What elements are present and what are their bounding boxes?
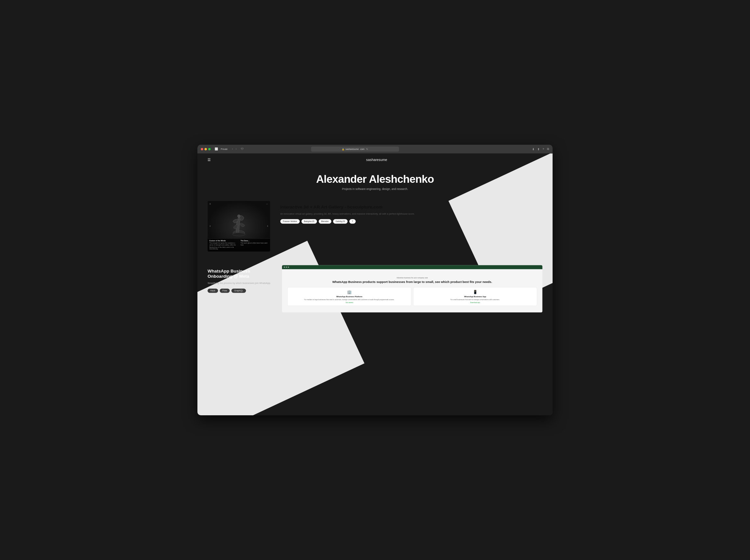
mac-window: ⬜ Private ‹ › 🛡 🔒 sasharesume.com ↻ ⬇ ⬆ … xyxy=(197,145,553,415)
minimize-button[interactable] xyxy=(204,148,207,150)
new-tab-icon[interactable]: + xyxy=(542,147,544,151)
private-badge: Private xyxy=(221,148,228,150)
wa-card-app-link[interactable]: Download app xyxy=(416,302,534,303)
carousel-item-1: Cruiser of the Winds The wrought iron gi… xyxy=(208,238,239,252)
sculpture-svg xyxy=(225,209,252,243)
carousel-item-2-desc: The warm glow is often been have seen he… xyxy=(241,242,269,246)
close-button[interactable] xyxy=(201,148,203,150)
wa-card-platform: 🏢 WhatsApp Business Platform For medium … xyxy=(288,287,411,306)
tag-blender[interactable]: Blender xyxy=(319,219,331,224)
tag-babylonjs[interactable]: BabylonJS xyxy=(301,219,317,224)
wa-dot-3 xyxy=(288,266,289,268)
tag-more[interactable]: T xyxy=(349,219,356,224)
wa-window-bar xyxy=(282,265,542,269)
carousel-next-button[interactable]: › xyxy=(267,224,268,228)
lock-icon: 🔒 xyxy=(342,148,344,150)
address-bar[interactable]: 🔒 sasharesume.com ↻ xyxy=(311,146,399,152)
wa-card-app: 📱 WhatsApp Business App For small busine… xyxy=(413,287,537,306)
tag-gatsbyjs[interactable]: GatsbyJS xyxy=(333,219,348,224)
wa-platform-icon: 🏢 xyxy=(290,290,409,294)
wa-small-text: Advertise business for your company size xyxy=(285,277,539,279)
title-bar: ⬜ Private ‹ › 🛡 🔒 sasharesume.com ↻ ⬇ ⬆ … xyxy=(197,145,553,154)
tag-framer-motion[interactable]: Framer Motion xyxy=(280,219,300,224)
project-card-whatsapp: WhatsApp Business Onboarding @ Meta Simp… xyxy=(208,265,542,313)
carousel-prev-button[interactable]: ‹ xyxy=(210,224,211,228)
toolbar-right: ⬇ ⬆ + ⧉ xyxy=(532,147,549,151)
project-image-art-gallery: ≡ ⋯ ‹ › Cruiser of the Winds The wrought… xyxy=(208,201,270,252)
hero-section: Alexander Aleshchenko Projects in softwa… xyxy=(197,166,553,201)
hero-subtitle: Projects in software engineering, design… xyxy=(208,188,542,191)
tabs-icon[interactable]: ⧉ xyxy=(547,147,549,151)
wa-heading: WhatsApp Business products support busin… xyxy=(285,280,539,284)
tech-tags-art-gallery: Framer Motion BabylonJS Blender GatsbyJS… xyxy=(280,219,542,224)
back-button[interactable]: ‹ xyxy=(231,147,234,151)
wa-window-dots xyxy=(283,266,289,268)
tag-graphql[interactable]: GraphQL xyxy=(232,288,246,293)
wa-cards: 🏢 WhatsApp Business Platform For medium … xyxy=(285,287,539,306)
wa-card-platform-link[interactable]: Get started xyxy=(290,302,409,303)
site-nav: ☰ sasharesume xyxy=(197,154,553,166)
wa-card-platform-desc: For medium to large businesses that need… xyxy=(290,299,409,301)
tech-tags-whatsapp: Hack Flow GraphQL xyxy=(208,288,272,293)
tag-flow[interactable]: Flow xyxy=(219,288,230,293)
carousel-item-2-name: The Danc... xyxy=(241,240,269,242)
browser-content: ☰ sasharesume Alexander Aleshchenko Proj… xyxy=(197,154,553,415)
wa-app-icon: 📱 xyxy=(416,290,534,294)
traffic-lights xyxy=(201,148,211,150)
whatsapp-mockup: Advertise business for your company size… xyxy=(282,265,542,313)
url-tld: .com xyxy=(360,148,364,150)
wa-dot-2 xyxy=(285,266,287,268)
wa-card-app-title: WhatsApp Business App xyxy=(416,296,534,298)
wa-card-app-desc: For small businesses that want to manage… xyxy=(416,299,534,301)
carousel-bottom-bar: Cruiser of the Winds The wrought iron gi… xyxy=(208,238,270,252)
carousel-item-1-name: Cruiser of the Winds xyxy=(209,240,237,242)
carousel-item-2: The Danc... The warm glow is often been … xyxy=(239,238,270,252)
project-card-art-gallery: ≡ ⋯ ‹ › Cruiser of the Winds The wrought… xyxy=(208,201,542,252)
project-desc-whatsapp: Simplifying the process by which busines… xyxy=(208,281,272,285)
refresh-icon[interactable]: ↻ xyxy=(366,148,368,150)
svg-point-1 xyxy=(237,215,240,217)
project-desc-art-gallery: An innovative virtual art gallery, provi… xyxy=(280,212,542,216)
hero-name: Alexander Aleshchenko xyxy=(208,173,542,185)
website: ☰ sasharesume Alexander Aleshchenko Proj… xyxy=(197,154,553,415)
wa-dot-1 xyxy=(283,266,285,268)
project-image-whatsapp: Advertise business for your company size… xyxy=(282,265,542,313)
image-dots-icon: ⋯ xyxy=(266,203,268,205)
sidebar-button[interactable]: ⬜ xyxy=(215,147,218,151)
wa-content: Advertise business for your company size… xyxy=(285,277,539,306)
project-title-whatsapp: WhatsApp Business Onboarding @ Meta xyxy=(208,268,272,279)
url-display: sasharesume xyxy=(346,148,359,150)
download-icon[interactable]: ⬇ xyxy=(532,147,535,151)
share-icon[interactable]: ⬆ xyxy=(537,147,540,151)
tag-hack[interactable]: Hack xyxy=(208,288,218,293)
carousel-item-1-desc: The wrought iron gives the sculpture a s… xyxy=(209,242,237,250)
svg-point-2 xyxy=(233,233,245,236)
hamburger-icon[interactable]: ☰ xyxy=(208,158,211,162)
site-title: sasharesume xyxy=(366,158,387,162)
fullscreen-button[interactable] xyxy=(208,148,211,150)
nav-arrows: ‹ › xyxy=(231,147,237,151)
art-gallery-image: ≡ ⋯ ‹ › Cruiser of the Winds The wrought… xyxy=(208,201,270,252)
image-menu-icon: ≡ xyxy=(210,203,211,205)
project-info-whatsapp: WhatsApp Business Onboarding @ Meta Simp… xyxy=(208,265,272,293)
forward-button[interactable]: › xyxy=(235,147,237,151)
shield-icon: 🛡 xyxy=(241,148,243,151)
project-title-art-gallery: Interactive 3d + AR Art Gallery - bcscul… xyxy=(280,204,542,209)
wa-card-platform-title: WhatsApp Business Platform xyxy=(290,296,409,298)
projects-section: ≡ ⋯ ‹ › Cruiser of the Winds The wrought… xyxy=(197,201,553,313)
project-info-art-gallery: Interactive 3d + AR Art Gallery - bcscul… xyxy=(280,201,542,224)
